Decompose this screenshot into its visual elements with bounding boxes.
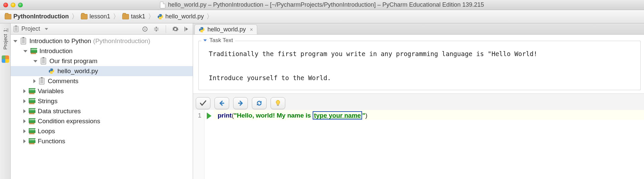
python-icon [199,27,205,33]
project-panel: Project Introduction to Python(Pytho [11,23,193,179]
scroll-from-source-button[interactable] [142,26,148,32]
tree-node-label: Introduction [39,47,72,55]
project-icon [14,26,18,32]
disclosure-open-icon[interactable] [23,50,27,52]
tree-node-label: Our first program [49,57,98,65]
close-tab-button[interactable]: × [250,27,253,33]
window-titlebar: hello_world.py – PythonIntroduction – [~… [0,0,644,10]
code-keyword: print [217,112,231,119]
tree-node-label: Loops [38,128,55,135]
breadcrumb-project[interactable]: PythonIntroduction [3,12,70,21]
disclosure-open-icon[interactable] [33,60,37,62]
editor-tab-label: hello_world.py [207,26,246,33]
check-task-button[interactable] [196,97,210,109]
close-window-button[interactable] [3,3,8,7]
task-text-header[interactable]: Task Text [201,37,235,44]
tree-node[interactable]: LESSONLoops [11,126,193,136]
tree-node[interactable]: LESSONIntroduction [11,46,193,56]
lesson-icon: LESSON [28,118,35,124]
separator [166,25,166,33]
pycharm-logo-icon [2,55,9,63]
folder-icon [5,14,11,19]
tree-node[interactable]: LESSONFunctions [11,136,193,146]
tool-tab-label: Project [2,34,8,50]
lesson-icon: LESSON [28,108,35,114]
run-gutter [204,110,214,179]
clipboard-icon [21,38,26,44]
editor-tab-row: hello_world.py × [193,23,644,35]
project-panel-header: Project [11,23,193,35]
task-action-bar [196,97,644,109]
tree-node-label: Condition expressions [38,118,100,125]
folder-icon [122,14,129,19]
lesson-icon: LESSON [30,48,37,54]
disclosure-closed-icon[interactable] [23,109,26,113]
tree-node-sublabel: (PythonIntroduction) [93,37,150,45]
gear-icon[interactable] [172,26,179,32]
tree-node[interactable]: LESSONCondition expressions [11,116,193,126]
dropdown-icon[interactable] [45,28,48,30]
editor-area: hello_world.py × Task Text Traditionally… [193,23,644,179]
hide-panel-button[interactable] [183,26,190,32]
tree-node-label: Comments [48,77,78,85]
project-tool-tab[interactable]: Project 1: [1,25,10,53]
next-task-button[interactable] [233,97,248,109]
window-title: hello_world.py – PythonIntroduction – [~… [168,1,484,8]
document-icon [160,2,165,8]
svg-point-1 [144,28,145,29]
tree-node-label: hello_world.py [57,67,98,75]
tree-node-label: Data structures [38,108,81,115]
breadcrumb-file[interactable]: hello_world.py [156,12,205,21]
chevron-right-icon: 〉 [206,12,213,21]
tree-node[interactable]: LESSONData structures [11,106,193,116]
task-text-title: Task Text [209,37,233,44]
code-editor[interactable]: 1 print("Hello, world! My name is type y… [193,110,644,179]
tool-gutter: Project 1: [0,23,11,179]
code-line[interactable]: print("Hello, world! My name is type you… [214,110,644,179]
tree-node[interactable]: hello_world.py [11,66,193,76]
breadcrumb-lesson[interactable]: lesson1 [79,12,112,21]
disclosure-closed-icon[interactable] [23,129,26,133]
folder-icon [81,14,88,19]
disclosure-closed-icon[interactable] [23,139,26,143]
code-string: "Hello, world! My name is [234,112,313,119]
lesson-icon: LESSON [28,138,35,144]
disclosure-closed-icon[interactable] [33,79,36,83]
disclosure-closed-icon[interactable] [23,99,26,103]
breadcrumb-label: PythonIntroduction [13,13,69,20]
tree-node-label: Introduction to Python [29,37,91,45]
line-number: 1 [193,112,201,119]
lesson-icon: LESSON [28,128,35,134]
refresh-task-button[interactable] [252,97,267,109]
task-text-panel: Task Text Traditionally the first progra… [198,41,641,90]
zoom-window-button[interactable] [18,3,23,7]
breadcrumb-bar: PythonIntroduction 〉 lesson1 〉 task1 〉 h… [0,10,644,23]
hint-button[interactable] [271,97,285,109]
tree-node[interactable]: Our first program [11,56,193,66]
tree-node[interactable]: Introduction to Python(PythonIntroductio… [11,36,193,46]
minimize-window-button[interactable] [11,3,15,7]
lesson-icon: LESSON [28,98,35,104]
chevron-right-icon: 〉 [148,12,155,21]
panel-title: Project [21,25,40,32]
tree-node[interactable]: Comments [11,76,193,86]
breadcrumb-label: hello_world.py [165,13,204,20]
project-tree[interactable]: Introduction to Python(PythonIntroductio… [11,35,193,179]
breadcrumb-task[interactable]: task1 [121,12,147,21]
tree-node[interactable]: LESSONStrings [11,96,193,106]
tree-node[interactable]: LESSONVariables [11,86,193,96]
editor-tab[interactable]: hello_world.py × [194,24,257,34]
prev-task-button[interactable] [214,97,229,109]
tree-node-label: Functions [38,138,65,145]
collapse-all-button[interactable] [153,26,160,32]
disclosure-closed-icon[interactable] [23,119,26,123]
clipboard-icon [41,58,46,64]
chevron-right-icon: 〉 [71,12,78,21]
python-icon [157,14,163,20]
code-placeholder[interactable]: type your name [313,111,362,120]
disclosure-open-icon[interactable] [13,40,17,42]
disclosure-closed-icon[interactable] [23,89,26,93]
breadcrumb-label: lesson1 [90,13,110,20]
run-line-icon[interactable] [207,113,211,119]
disclosure-none [43,69,47,73]
